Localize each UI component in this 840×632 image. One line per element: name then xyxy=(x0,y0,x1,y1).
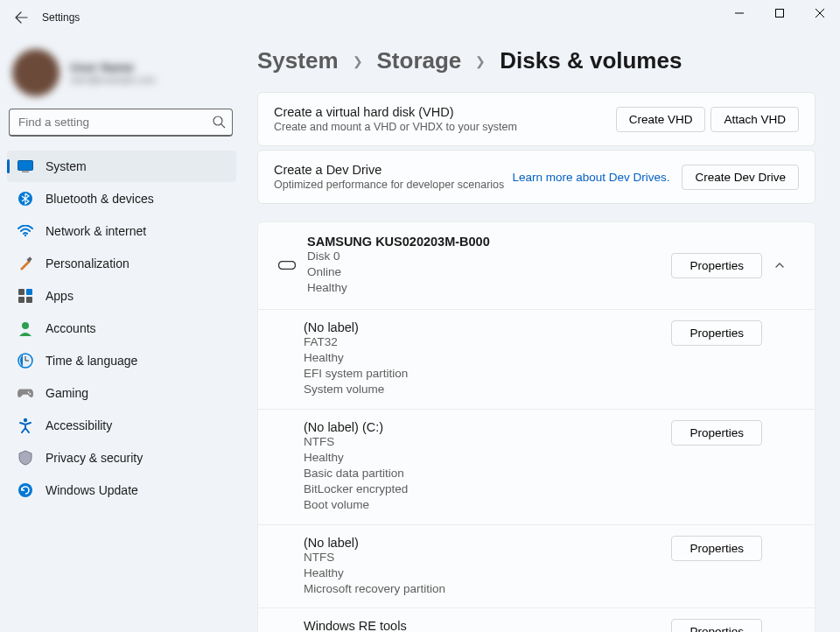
disk-health: Healthy xyxy=(307,280,671,296)
back-button[interactable] xyxy=(4,0,38,35)
volume-detail: NTFS xyxy=(304,550,671,565)
bluetooth-icon xyxy=(18,191,33,207)
sidebar-item-label: Privacy & security xyxy=(46,451,143,465)
chevron-up-icon xyxy=(774,259,786,271)
volume-properties-button[interactable]: Properties xyxy=(671,619,762,632)
sidebar-item-label: System xyxy=(46,159,87,173)
chevron-right-icon: ❯ xyxy=(475,54,486,68)
collapse-toggle[interactable] xyxy=(762,259,797,271)
profile-name: User Name xyxy=(70,60,156,74)
sidebar-item-system[interactable]: System xyxy=(7,151,236,182)
card-vhd-sub: Create and mount a VHD or VHDX to your s… xyxy=(274,121,611,133)
volume-detail: BitLocker encrypted xyxy=(304,481,671,497)
disk-row[interactable]: SAMSUNG KUS020203M-B000 Disk 0 Online He… xyxy=(258,222,815,310)
svg-point-19 xyxy=(28,391,30,393)
volume-row[interactable]: Windows RE toolsNTFSHealthyProperties xyxy=(258,608,815,632)
accessibility-icon xyxy=(18,418,33,433)
disk-name: SAMSUNG KUS020203M-B000 xyxy=(307,235,671,249)
drives-list: SAMSUNG KUS020203M-B000 Disk 0 Online He… xyxy=(257,221,816,632)
sidebar-item-personalization[interactable]: Personalization xyxy=(7,248,236,279)
volume-row[interactable]: (No label)FAT32HealthyEFI system partiti… xyxy=(258,310,815,410)
volume-detail: System volume xyxy=(304,382,671,397)
volume-detail: FAT32 xyxy=(304,334,671,350)
sidebar-item-accounts[interactable]: Accounts xyxy=(7,312,236,344)
sidebar-nav: System Bluetooth & devices Network & int… xyxy=(7,151,242,506)
sidebar-item-network[interactable]: Network & internet xyxy=(7,215,236,247)
sidebar-item-time[interactable]: Time & language xyxy=(7,345,236,376)
attach-vhd-button[interactable]: Attach VHD xyxy=(710,107,799,132)
search-input[interactable] xyxy=(9,109,233,137)
sidebar-item-label: Gaming xyxy=(46,386,88,400)
svg-rect-23 xyxy=(279,262,296,270)
svg-point-9 xyxy=(24,235,26,236)
page-title: Disks & volumes xyxy=(500,47,682,74)
breadcrumb: System ❯ Storage ❯ Disks & volumes xyxy=(257,47,816,74)
volume-title: (No label) xyxy=(304,320,671,334)
volume-detail: Boot volume xyxy=(304,497,671,513)
profile-block[interactable]: User Name user@example.com xyxy=(7,42,242,107)
close-button[interactable] xyxy=(800,0,840,26)
svg-rect-10 xyxy=(26,256,32,262)
sidebar-item-label: Accounts xyxy=(46,321,96,335)
system-icon xyxy=(18,158,33,174)
breadcrumb-storage[interactable]: Storage xyxy=(377,47,462,74)
volume-detail: Healthy xyxy=(304,350,671,366)
disk-index: Disk 0 xyxy=(307,249,671,264)
volume-detail: NTFS xyxy=(304,434,671,450)
volume-title: Windows RE tools xyxy=(304,619,671,632)
devdrive-learn-link[interactable]: Learn more about Dev Drives. xyxy=(512,171,669,184)
back-arrow-icon xyxy=(14,11,28,25)
sidebar-item-apps[interactable]: Apps xyxy=(7,280,236,312)
card-devdrive-title: Create a Dev Drive xyxy=(274,163,512,177)
volume-properties-button[interactable]: Properties xyxy=(671,536,762,561)
minimize-icon xyxy=(735,9,744,18)
sidebar-item-update[interactable]: Windows Update xyxy=(7,474,236,506)
brush-icon xyxy=(18,256,33,271)
chevron-right-icon: ❯ xyxy=(353,54,363,68)
svg-rect-13 xyxy=(18,297,24,303)
svg-rect-6 xyxy=(18,161,33,171)
svg-rect-14 xyxy=(26,297,32,303)
svg-point-20 xyxy=(30,393,32,395)
svg-rect-11 xyxy=(18,289,24,295)
svg-point-15 xyxy=(22,322,29,329)
create-vhd-button[interactable]: Create VHD xyxy=(616,107,706,132)
maximize-icon xyxy=(775,9,784,18)
volume-row[interactable]: (No label) (C:)NTFSHealthyBasic data par… xyxy=(258,410,815,525)
volume-detail: Healthy xyxy=(304,565,671,581)
svg-rect-7 xyxy=(22,172,29,173)
disk-properties-button[interactable]: Properties xyxy=(671,253,762,278)
maximize-button[interactable] xyxy=(760,0,800,26)
card-devdrive-sub: Optimized performance for developer scen… xyxy=(274,179,512,191)
disk-icon xyxy=(274,261,300,270)
sidebar-item-gaming[interactable]: Gaming xyxy=(7,377,236,409)
minimize-button[interactable] xyxy=(719,0,760,26)
svg-line-5 xyxy=(221,124,225,128)
svg-point-22 xyxy=(18,483,32,497)
sidebar-item-accessibility[interactable]: Accessibility xyxy=(7,410,236,441)
update-icon xyxy=(18,482,33,498)
breadcrumb-system[interactable]: System xyxy=(257,47,339,74)
sidebar-item-bluetooth[interactable]: Bluetooth & devices xyxy=(7,183,236,214)
gamepad-icon xyxy=(18,385,33,401)
search-icon xyxy=(213,116,226,129)
clock-icon xyxy=(18,353,33,369)
person-icon xyxy=(18,320,33,336)
volume-detail: EFI system partition xyxy=(304,366,671,382)
shield-icon xyxy=(18,450,33,466)
profile-email: user@example.com xyxy=(70,74,156,85)
volume-detail: Microsoft recovery partition xyxy=(304,581,671,597)
sidebar-item-label: Time & language xyxy=(46,354,137,368)
app-title: Settings xyxy=(42,11,80,24)
create-devdrive-button[interactable]: Create Dev Drive xyxy=(682,165,799,190)
sidebar-item-label: Network & internet xyxy=(46,224,146,238)
card-vhd: Create a virtual hard disk (VHD) Create … xyxy=(257,92,816,146)
card-devdrive: Create a Dev Drive Optimized performance… xyxy=(257,150,816,204)
volume-row[interactable]: (No label)NTFSHealthyMicrosoft recovery … xyxy=(258,525,815,609)
volume-properties-button[interactable]: Properties xyxy=(671,420,762,446)
volume-properties-button[interactable]: Properties xyxy=(671,320,762,346)
avatar xyxy=(12,49,60,96)
sidebar-item-label: Windows Update xyxy=(46,483,138,497)
sidebar-item-privacy[interactable]: Privacy & security xyxy=(7,442,236,474)
card-vhd-title: Create a virtual hard disk (VHD) xyxy=(274,105,611,119)
